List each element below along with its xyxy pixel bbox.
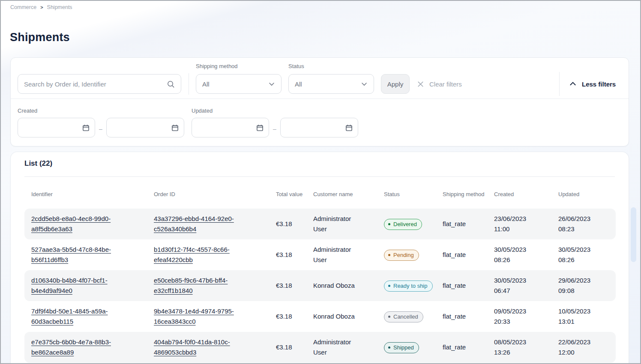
status-badge: Shipped <box>384 342 419 353</box>
status-badge: Delivered <box>384 219 422 230</box>
filter-divider <box>189 73 189 95</box>
customer-name-cell: Konrad Oboza <box>313 311 355 322</box>
order-id-link[interactable]: e50ceb85-f9c6-47b6-bff4-e32cff1b1840 <box>154 275 246 296</box>
updated-cell: 22/06/202312:00 <box>558 337 616 358</box>
order-id-link[interactable]: 404ab794-f0f0-41da-810c-4869053cbbd3 <box>154 337 246 358</box>
identifier-link[interactable]: 527aae3a-5b5d-47c8-84be-b56f11d6ffb3 <box>31 245 123 265</box>
created-filter-label: Created <box>18 107 37 114</box>
breadcrumb: Commerce > Shipments <box>10 4 72 10</box>
shipping-method-cell: flat_rate <box>443 311 494 322</box>
customer-name-cell: Administrator User <box>313 337 365 358</box>
date-range-separator: – <box>99 125 102 132</box>
filter-divider <box>559 72 560 96</box>
identifier-link[interactable]: 7df9f4bd-50e1-4845-a59a-60d3acbeb115 <box>31 306 123 327</box>
clear-filters-label: Clear filters <box>429 81 462 88</box>
customer-name-cell: Administrator User <box>313 245 365 265</box>
order-id-link[interactable]: 43a37296-ebbd-4164-92e0-c526a340b6b4 <box>154 214 246 234</box>
table-row[interactable]: d106340b-b4b8-4f07-bcf1-b4e4d9af94e0 e50… <box>24 270 616 301</box>
total-value-cell: €3.18 <box>276 250 313 260</box>
created-from-field[interactable] <box>18 118 95 137</box>
apply-button[interactable]: Apply <box>381 74 410 94</box>
total-value-cell: €3.18 <box>276 219 313 229</box>
filter-row-divider <box>11 98 629 99</box>
column-header-shipping-method[interactable]: Shipping method <box>443 191 494 198</box>
table-row[interactable]: 7df9f4bd-50e1-4845-a59a-60d3acbeb115 9b4… <box>24 301 616 332</box>
page-title: Shipments <box>10 31 70 44</box>
order-id-link[interactable]: 9b4e3478-1e4d-4974-9795-16cea3843cc0 <box>154 306 246 327</box>
column-header-order-id[interactable]: Order ID <box>154 191 276 198</box>
column-header-identifier[interactable]: Identifier <box>24 191 154 198</box>
status-value: All <box>295 81 302 88</box>
shipping-method-cell: flat_rate <box>443 250 494 260</box>
updated-cell: 10/05/202313:01 <box>558 306 616 327</box>
column-header-status[interactable]: Status <box>384 191 443 198</box>
less-filters-label: Less filters <box>582 81 616 88</box>
chevron-up-icon <box>569 80 577 88</box>
status-dot-icon <box>388 285 390 287</box>
shipping-method-value: All <box>202 81 210 88</box>
column-header-updated[interactable]: Updated <box>558 191 616 198</box>
order-id-link[interactable]: b1d30f12-7f4c-4557-8c66-efeaf4220cbb <box>154 245 246 265</box>
total-value-cell: €3.18 <box>276 280 313 291</box>
column-header-created[interactable]: Created <box>494 191 558 198</box>
updated-from-field[interactable] <box>192 118 269 137</box>
updated-cell: 30/05/202308:26 <box>558 245 616 265</box>
created-cell: 09/05/202320:33 <box>494 306 558 327</box>
created-cell: 30/05/202308:26 <box>494 245 558 265</box>
identifier-link[interactable]: 2cdd5eb8-e8a0-4ec8-99d0-a8f5db6e3a63 <box>31 214 123 234</box>
search-field[interactable] <box>18 74 181 94</box>
status-badge: Pending <box>384 250 419 261</box>
filters-panel: Shipping method All Status All Apply Cle… <box>10 57 629 146</box>
created-to-field[interactable] <box>106 118 184 137</box>
created-from-input[interactable] <box>18 118 95 137</box>
status-dot-icon <box>388 223 390 225</box>
list-title: List (22) <box>24 159 52 168</box>
breadcrumb-separator-icon: > <box>40 5 43 10</box>
updated-cell: 26/06/202308:23 <box>558 214 616 234</box>
clear-filters-button[interactable]: Clear filters <box>417 74 462 94</box>
breadcrumb-item-shipments[interactable]: Shipments <box>47 4 72 10</box>
breadcrumb-item-commerce[interactable]: Commerce <box>10 4 36 10</box>
created-to-input[interactable] <box>107 118 184 137</box>
column-header-customer-name[interactable]: Customer name <box>313 191 384 198</box>
search-input[interactable] <box>24 81 167 88</box>
table-body: 2cdd5eb8-e8a0-4ec8-99d0-a8f5db6e3a63 43a… <box>24 209 616 363</box>
list-divider <box>24 176 615 177</box>
customer-name-cell: Konrad Oboza <box>313 280 355 291</box>
shipments-list-panel: List (22) Identifier Order ID Total valu… <box>10 152 629 364</box>
created-cell: 30/05/202306:47 <box>494 275 558 296</box>
updated-to-input[interactable] <box>281 118 358 137</box>
identifier-link[interactable]: e7e375cb-6b0b-4e7a-88b3-be862ace8a89 <box>31 337 123 358</box>
status-badge: Ready to ship <box>384 280 433 292</box>
status-dot-icon <box>388 254 390 256</box>
less-filters-button[interactable]: Less filters <box>569 74 616 94</box>
updated-from-input[interactable] <box>192 118 269 137</box>
shipping-method-select[interactable]: All <box>196 74 282 94</box>
shipping-method-cell: flat_rate <box>443 219 494 229</box>
shipping-method-label: Shipping method <box>196 63 238 69</box>
close-icon <box>417 81 424 88</box>
total-value-cell: €3.18 <box>276 311 313 322</box>
created-cell: 08/05/202313:26 <box>494 337 558 358</box>
updated-to-field[interactable] <box>280 118 358 137</box>
column-header-total-value[interactable]: Total value <box>276 191 313 198</box>
table-row[interactable]: 2cdd5eb8-e8a0-4ec8-99d0-a8f5db6e3a63 43a… <box>24 209 616 239</box>
shipping-method-cell: flat_rate <box>443 280 494 291</box>
status-badge: Cancelled <box>384 311 423 322</box>
search-icon <box>167 80 175 88</box>
status-dot-icon <box>388 346 390 349</box>
chevron-down-icon <box>361 81 368 87</box>
table-row[interactable]: e7e375cb-6b0b-4e7a-88b3-be862ace8a89 404… <box>24 332 616 363</box>
identifier-link[interactable]: d106340b-b4b8-4f07-bcf1-b4e4d9af94e0 <box>31 275 123 296</box>
scrollbar-thumb[interactable] <box>631 207 636 262</box>
updated-filter-label: Updated <box>192 107 213 114</box>
table-row[interactable]: 527aae3a-5b5d-47c8-84be-b56f11d6ffb3 b1d… <box>24 239 616 270</box>
shipping-method-cell: flat_rate <box>443 342 494 352</box>
total-value-cell: €3.18 <box>276 342 313 352</box>
status-select[interactable]: All <box>288 74 374 94</box>
status-dot-icon <box>388 316 390 318</box>
customer-name-cell: Administrator User <box>313 214 365 234</box>
table-header-row: Identifier Order ID Total value Customer… <box>24 180 616 209</box>
status-label: Status <box>288 63 304 69</box>
updated-cell: 29/06/202309:08 <box>558 275 616 296</box>
